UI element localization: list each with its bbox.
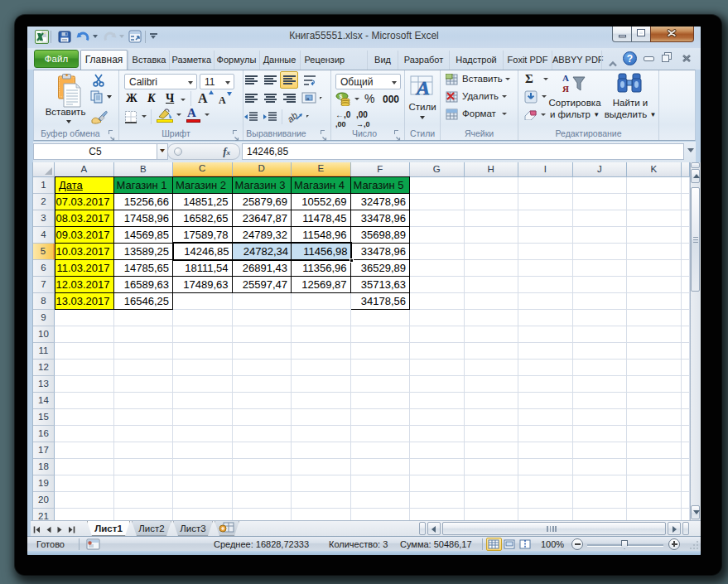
svg-text:ab: ab: [288, 110, 299, 123]
svg-text:A: A: [415, 77, 430, 99]
svg-text:А: А: [562, 73, 569, 83]
svg-text:Я: Я: [562, 84, 569, 94]
